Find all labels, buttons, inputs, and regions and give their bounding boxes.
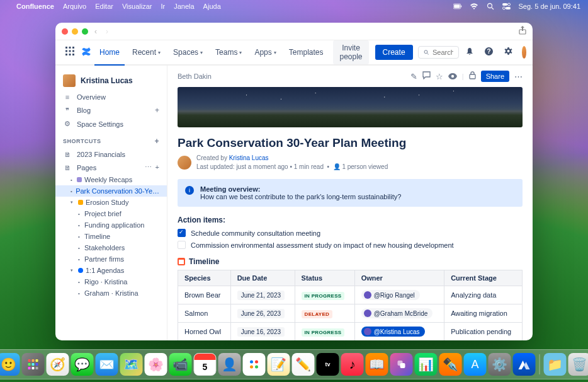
table-row[interactable]: Horned OwlJune 16, 2023IN PROGRESS@Krist… bbox=[178, 323, 523, 341]
app-menu[interactable]: Confluence bbox=[16, 3, 54, 10]
dock-messages[interactable]: 💬 bbox=[71, 353, 94, 376]
cell-status[interactable]: DELAYED bbox=[295, 304, 354, 323]
cell-due[interactable]: June 16, 2023 bbox=[230, 323, 295, 341]
page-title[interactable]: Park Conservation 30-Year Plan Meeting bbox=[167, 127, 533, 154]
more-actions-icon[interactable]: ⋯ bbox=[514, 72, 523, 81]
dock-appstore[interactable]: A bbox=[464, 353, 487, 376]
tree-agendas[interactable]: ▾1:1 Agendas bbox=[55, 265, 167, 276]
shortcut-item[interactable]: 🗎2023 Financials bbox=[55, 148, 167, 161]
macos-share-icon[interactable] bbox=[519, 26, 526, 37]
nav-recent[interactable]: Recent▾ bbox=[127, 40, 166, 65]
table-row[interactable]: SalmonJune 26, 2023DELAYED@Graham McBrid… bbox=[178, 304, 523, 323]
cell-stage[interactable]: Awaiting migration bbox=[444, 304, 523, 323]
author-avatar[interactable] bbox=[178, 156, 191, 170]
sidebar-overview[interactable]: ≡Overview bbox=[55, 91, 167, 103]
user-mention[interactable]: @Rigo Rangel bbox=[361, 290, 420, 300]
cell-stage[interactable]: Publication pending bbox=[444, 323, 523, 341]
tree-project-brief[interactable]: •Project brief bbox=[55, 208, 167, 219]
nav-templates[interactable]: Templates bbox=[284, 40, 329, 65]
wifi-icon[interactable] bbox=[470, 3, 478, 10]
dock-system-settings[interactable]: ⚙️ bbox=[489, 353, 511, 376]
cell-due[interactable]: June 21, 2023 bbox=[230, 286, 295, 304]
cell-stage[interactable]: Analyzing data bbox=[444, 286, 523, 304]
col-due[interactable]: Due Date bbox=[230, 270, 295, 286]
dock-notes[interactable]: 📝 bbox=[268, 353, 290, 376]
nav-home[interactable]: Home bbox=[94, 40, 125, 66]
table-row[interactable]: Brown BearJune 21, 2023IN PROGRESS@Rigo … bbox=[178, 286, 523, 304]
share-button[interactable]: Share bbox=[481, 71, 509, 82]
dock-shortcuts[interactable] bbox=[390, 353, 413, 376]
dock-books[interactable]: 📖 bbox=[366, 353, 388, 376]
spotlight-icon[interactable] bbox=[486, 3, 495, 10]
tree-partner-firms[interactable]: •Partner firms bbox=[55, 253, 167, 265]
menu-help[interactable]: Ajuda bbox=[203, 3, 221, 10]
tree-rigo-kristina[interactable]: •Rigo · Kristina bbox=[55, 276, 167, 287]
dock-launchpad[interactable] bbox=[22, 353, 45, 376]
dock-atlassian[interactable] bbox=[513, 353, 536, 376]
breadcrumb-author[interactable]: Beth Dakin bbox=[178, 72, 212, 80]
tree-park-conservation[interactable]: •Park Conservation 30-Year Plan Meeting bbox=[55, 185, 167, 197]
cell-owner[interactable]: @Rigo Rangel bbox=[354, 286, 444, 304]
dock-music[interactable]: ♪ bbox=[341, 353, 364, 376]
sidebar-blog[interactable]: ❞Blog+ bbox=[55, 103, 167, 117]
chevron-down-icon[interactable]: ▾ bbox=[71, 200, 76, 205]
info-panel[interactable]: i Meeting overview: How can we best cont… bbox=[178, 179, 523, 207]
dock-trash[interactable]: 🗑️ bbox=[568, 353, 589, 376]
cell-owner[interactable]: @Kristina Lucas bbox=[354, 323, 444, 341]
window-close[interactable] bbox=[62, 28, 68, 35]
cell-species[interactable]: Horned Owl bbox=[178, 323, 231, 341]
menu-file[interactable]: Arquivo bbox=[63, 3, 86, 10]
settings-icon[interactable] bbox=[500, 47, 517, 58]
invite-people-button[interactable]: Invite people bbox=[333, 40, 368, 64]
dock-downloads[interactable]: 📁 bbox=[544, 353, 567, 376]
dock-maps[interactable]: 🗺️ bbox=[120, 353, 143, 376]
control-center-icon[interactable] bbox=[502, 3, 511, 10]
col-status[interactable]: Status bbox=[295, 270, 354, 286]
menu-edit[interactable]: Editar bbox=[95, 3, 113, 10]
window-zoom[interactable] bbox=[82, 28, 88, 35]
window-minimize[interactable] bbox=[72, 28, 78, 35]
search-box[interactable] bbox=[418, 46, 459, 59]
nav-back[interactable]: ‹ bbox=[92, 27, 99, 36]
add-blog-icon[interactable]: + bbox=[155, 106, 159, 115]
col-owner[interactable]: Owner bbox=[354, 270, 444, 286]
dock-pages[interactable]: ✒️ bbox=[439, 353, 462, 376]
confluence-logo-icon[interactable] bbox=[81, 46, 92, 59]
dock-contacts[interactable]: 👤 bbox=[218, 353, 241, 376]
tree-timeline[interactable]: •Timeline bbox=[55, 231, 167, 242]
tree-graham-kristina[interactable]: •Graham · Kristina bbox=[55, 287, 167, 299]
profile-avatar[interactable] bbox=[522, 46, 526, 59]
col-species[interactable]: Species bbox=[178, 270, 231, 286]
edit-icon[interactable]: ✎ bbox=[410, 72, 417, 81]
star-icon[interactable]: ☆ bbox=[436, 72, 443, 81]
pages-more-icon[interactable]: ⋯ bbox=[145, 163, 152, 171]
dock-mail[interactable]: ✉️ bbox=[96, 353, 118, 376]
space-header[interactable]: Kristina Lucas bbox=[55, 71, 167, 91]
battery-icon[interactable] bbox=[453, 3, 462, 10]
user-mention[interactable]: @Graham McBride bbox=[361, 308, 433, 318]
cell-species[interactable]: Salmon bbox=[178, 304, 231, 323]
timeline-table[interactable]: Species Due Date Status Owner Current St… bbox=[178, 270, 523, 340]
cell-species[interactable]: Brown Bear bbox=[178, 286, 231, 304]
dock-tv[interactable]: tv bbox=[317, 353, 339, 376]
checkbox-unchecked[interactable] bbox=[178, 241, 186, 249]
action-item-1[interactable]: Schedule community consultation meeting bbox=[167, 227, 533, 239]
dock-safari[interactable]: 🧭 bbox=[47, 353, 69, 376]
dock-freeform[interactable]: ✏️ bbox=[292, 353, 315, 376]
dock-facetime[interactable]: 📹 bbox=[169, 353, 192, 376]
menu-view[interactable]: Visualizar bbox=[122, 3, 152, 10]
nav-spaces[interactable]: Spaces▾ bbox=[168, 40, 208, 65]
menu-go[interactable]: Ir bbox=[161, 3, 165, 10]
cell-owner[interactable]: @Graham McBride bbox=[354, 304, 444, 323]
nav-apps[interactable]: Apps▾ bbox=[249, 40, 281, 65]
sidebar-space-settings[interactable]: ⚙Space Settings bbox=[55, 117, 167, 130]
tree-stakeholders[interactable]: •Stakeholders bbox=[55, 242, 167, 253]
author-link[interactable]: Kristina Lucas bbox=[229, 154, 269, 161]
dock-reminders[interactable] bbox=[243, 353, 266, 376]
restrictions-icon[interactable] bbox=[469, 71, 476, 81]
user-mention[interactable]: @Kristina Lucas bbox=[361, 327, 425, 337]
add-shortcut-icon[interactable]: + bbox=[154, 137, 159, 146]
dock-numbers[interactable]: 📊 bbox=[415, 353, 438, 376]
comment-icon[interactable] bbox=[422, 71, 431, 81]
search-input[interactable] bbox=[433, 49, 453, 56]
